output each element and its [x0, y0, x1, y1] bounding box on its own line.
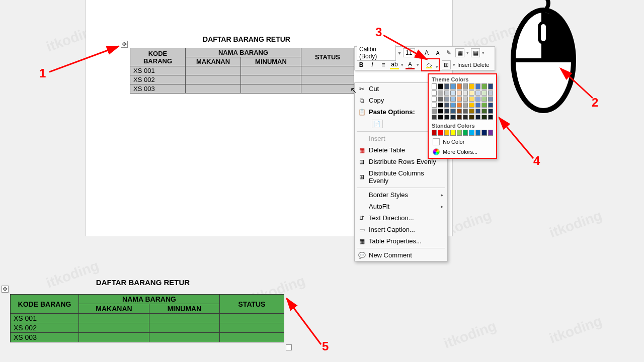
- color-swatch[interactable]: [488, 115, 493, 120]
- color-swatch[interactable]: [432, 115, 437, 120]
- color-swatch[interactable]: [481, 109, 487, 114]
- th-status[interactable]: STATUS: [301, 48, 354, 66]
- cell-kode[interactable]: XS 002: [11, 323, 79, 333]
- color-swatch[interactable]: [432, 83, 437, 89]
- color-swatch[interactable]: [457, 83, 462, 89]
- color-swatch[interactable]: [488, 109, 493, 114]
- color-swatch[interactable]: [438, 83, 443, 89]
- table-icon[interactable]: ▦: [471, 48, 480, 57]
- table-1[interactable]: KODE BARANG NAMA BARANG STATUS MAKANAN M…: [130, 48, 354, 94]
- color-swatch[interactable]: [463, 83, 468, 89]
- color-swatch[interactable]: [475, 97, 480, 102]
- color-swatch[interactable]: [469, 97, 474, 102]
- color-swatch[interactable]: [450, 97, 455, 102]
- color-swatch[interactable]: [432, 97, 437, 102]
- format-painter-icon[interactable]: ✎: [444, 48, 453, 57]
- color-swatch[interactable]: [463, 103, 468, 108]
- font-size-select[interactable]: 11: [403, 48, 415, 57]
- color-swatch[interactable]: [488, 90, 493, 96]
- table-move-handle-icon[interactable]: ✥: [121, 41, 128, 48]
- color-swatch[interactable]: [475, 130, 480, 136]
- table-move-handle-icon[interactable]: ✥: [2, 286, 9, 293]
- color-swatch[interactable]: [438, 90, 443, 96]
- color-swatch[interactable]: [444, 115, 449, 120]
- color-swatch[interactable]: [463, 130, 468, 136]
- color-swatch[interactable]: [457, 90, 462, 96]
- color-swatch[interactable]: [444, 90, 449, 96]
- color-swatch[interactable]: [475, 109, 480, 114]
- color-swatch[interactable]: [438, 115, 443, 120]
- color-swatch[interactable]: [438, 97, 443, 102]
- font-color-icon[interactable]: A: [406, 60, 415, 69]
- shading-button[interactable]: [423, 60, 436, 70]
- color-swatch[interactable]: [444, 109, 449, 114]
- color-swatch[interactable]: [457, 130, 462, 136]
- align-center-icon[interactable]: ≡: [379, 60, 388, 69]
- highlight-icon[interactable]: ab: [390, 60, 399, 69]
- cell-kode[interactable]: XS 003: [130, 84, 186, 94]
- th-minuman[interactable]: MINUMAN: [241, 57, 301, 66]
- ctx-autofit[interactable]: AutoFit▸: [355, 201, 447, 212]
- color-swatch[interactable]: [457, 115, 462, 120]
- color-swatch[interactable]: [432, 130, 437, 136]
- color-swatch[interactable]: [481, 90, 487, 96]
- color-swatch[interactable]: [432, 109, 437, 114]
- color-swatch[interactable]: [444, 83, 449, 89]
- color-swatch[interactable]: [438, 109, 443, 114]
- color-swatch[interactable]: [450, 130, 455, 136]
- color-swatch[interactable]: [457, 103, 462, 108]
- color-swatch[interactable]: [475, 115, 480, 120]
- color-swatch[interactable]: [438, 130, 443, 136]
- th-makanan[interactable]: MAKANAN: [186, 57, 241, 66]
- color-swatch[interactable]: [469, 109, 474, 114]
- color-swatch[interactable]: [463, 115, 468, 120]
- color-swatch[interactable]: [488, 97, 493, 102]
- color-swatch[interactable]: [432, 103, 437, 108]
- color-swatch[interactable]: [444, 97, 449, 102]
- ctx-dist-cols[interactable]: ⊞Distribute Columns Evenly: [355, 167, 447, 187]
- color-swatch[interactable]: [481, 97, 487, 102]
- table-resize-handle[interactable]: [286, 344, 292, 350]
- color-swatch[interactable]: [444, 130, 449, 136]
- ctx-insert-caption[interactable]: ▭Insert Caption...: [355, 224, 447, 235]
- color-swatch[interactable]: [469, 103, 474, 108]
- th-kode[interactable]: KODE BARANG: [11, 295, 79, 314]
- color-swatch[interactable]: [457, 97, 462, 102]
- color-swatch[interactable]: [475, 90, 480, 96]
- no-color-option[interactable]: No Color: [429, 137, 496, 147]
- merge-icon[interactable]: ⊞: [442, 60, 451, 69]
- ctx-text-direction[interactable]: ⇵Text Direction...: [355, 212, 447, 224]
- cell-kode[interactable]: XS 001: [11, 314, 79, 323]
- color-swatch[interactable]: [450, 103, 455, 108]
- cell-kode[interactable]: XS 001: [130, 66, 186, 75]
- color-swatch[interactable]: [481, 83, 487, 89]
- th-nama[interactable]: NAMA BARANG: [186, 48, 301, 57]
- insert-button[interactable]: Insert: [457, 62, 471, 68]
- table-2[interactable]: KODE BARANG NAMA BARANG STATUS MAKANAN M…: [10, 294, 284, 342]
- color-swatch[interactable]: [469, 115, 474, 120]
- bold-button[interactable]: B: [357, 60, 366, 69]
- ctx-new-comment[interactable]: 💬New Comment: [355, 249, 447, 261]
- color-swatch[interactable]: [488, 103, 493, 108]
- ctx-table-properties[interactable]: ▦Table Properties...: [355, 235, 447, 247]
- color-swatch[interactable]: [475, 83, 480, 89]
- cell-kode[interactable]: XS 003: [11, 333, 79, 342]
- ctx-border-styles[interactable]: Border Styles▸: [355, 189, 447, 201]
- color-swatch[interactable]: [481, 130, 487, 136]
- color-swatch[interactable]: [450, 83, 455, 89]
- color-swatch[interactable]: [450, 90, 455, 96]
- th-status[interactable]: STATUS: [220, 295, 284, 314]
- color-swatch[interactable]: [488, 130, 493, 136]
- delete-button[interactable]: Delete: [473, 62, 490, 68]
- color-swatch[interactable]: [469, 130, 474, 136]
- borders-icon[interactable]: ▦: [455, 48, 464, 57]
- more-colors-option[interactable]: More Colors...: [429, 147, 496, 157]
- color-swatch[interactable]: [469, 90, 474, 96]
- color-swatch[interactable]: [475, 103, 480, 108]
- color-swatch[interactable]: [463, 97, 468, 102]
- color-swatch[interactable]: [481, 103, 487, 108]
- color-swatch[interactable]: [438, 103, 443, 108]
- th-kode[interactable]: KODE BARANG: [130, 48, 186, 66]
- color-swatch[interactable]: [450, 109, 455, 114]
- color-swatch[interactable]: [463, 109, 468, 114]
